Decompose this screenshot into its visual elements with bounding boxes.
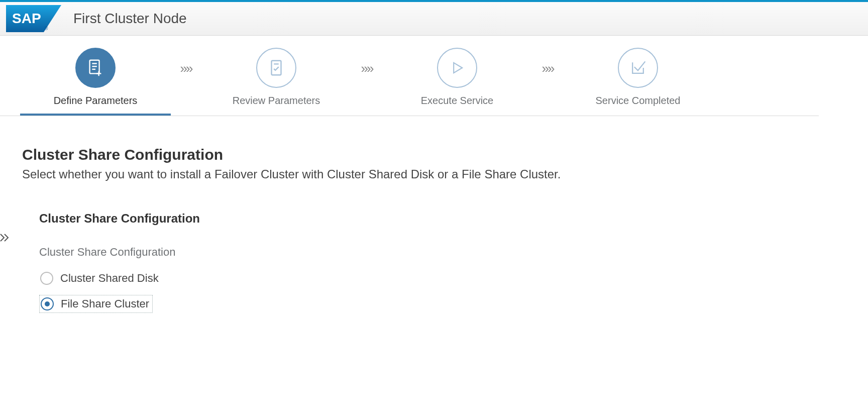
step-review-parameters[interactable]: Review Parameters	[201, 48, 352, 114]
document-add-icon	[75, 48, 116, 88]
step-define-parameters[interactable]: Define Parameters	[20, 48, 171, 116]
header-bar: SAP ® First Cluster Node	[0, 2, 868, 36]
chevrons-right-icon: »»	[352, 61, 382, 76]
section-title: Cluster Share Configuration	[22, 146, 846, 163]
svg-text:®: ®	[44, 26, 48, 31]
sap-logo: SAP ®	[6, 5, 61, 32]
radio-label: File Share Cluster	[61, 297, 149, 310]
main-content: Cluster Share Configuration Select wheth…	[0, 116, 868, 341]
radio-icon	[40, 272, 53, 285]
wizard-steps: Define Parameters »» Review Parameters »…	[0, 36, 819, 116]
play-icon	[437, 48, 477, 88]
chevrons-right-icon: »»	[171, 61, 201, 76]
step-label: Review Parameters	[233, 95, 320, 107]
page-title: First Cluster Node	[73, 11, 187, 27]
check-box-icon	[618, 48, 658, 88]
step-label: Service Completed	[596, 95, 681, 107]
document-check-icon	[256, 48, 296, 88]
section-description: Select whether you want to install a Fai…	[22, 167, 846, 181]
chevrons-right-icon: »»	[532, 61, 563, 76]
svg-text:SAP: SAP	[12, 11, 41, 26]
group-heading: Cluster Share Configuration	[39, 212, 846, 226]
expand-chevrons-icon[interactable]	[0, 232, 11, 247]
step-label: Define Parameters	[54, 95, 138, 107]
radio-icon	[41, 297, 54, 310]
radio-option-cluster-shared-disk[interactable]: Cluster Shared Disk	[39, 270, 162, 287]
step-label: Execute Service	[421, 95, 494, 107]
radio-option-file-share-cluster[interactable]: File Share Cluster	[39, 295, 153, 313]
step-service-completed[interactable]: Service Completed	[563, 48, 713, 114]
step-execute-service[interactable]: Execute Service	[382, 48, 532, 114]
svg-marker-11	[454, 63, 462, 73]
svg-rect-9	[272, 61, 281, 75]
radio-label: Cluster Shared Disk	[60, 272, 159, 285]
field-label: Cluster Share Configuration	[39, 246, 846, 259]
